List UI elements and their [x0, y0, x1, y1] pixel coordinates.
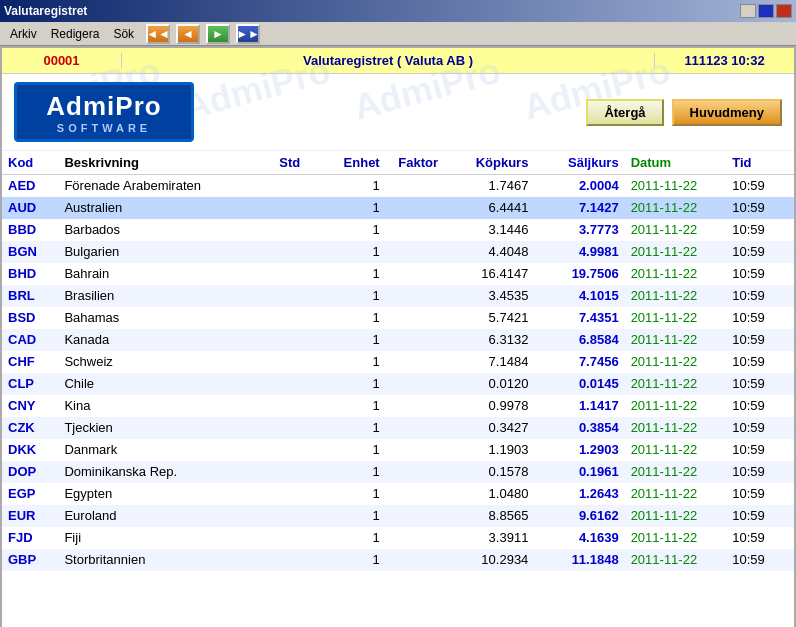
- cell-faktor: [386, 373, 444, 395]
- cell-std: [250, 285, 329, 307]
- table-row[interactable]: FJDFiji13.39114.16392011-11-2210:59: [2, 527, 794, 549]
- table-row[interactable]: BGNBulgarien14.40484.99812011-11-2210:59: [2, 241, 794, 263]
- cell-beskrivning: Danmark: [58, 439, 250, 461]
- cell-datum: 2011-11-22: [625, 373, 727, 395]
- header-enhet: Enhet: [329, 151, 385, 175]
- cell-std: [250, 417, 329, 439]
- cell-kopkurs: 8.8565: [444, 505, 534, 527]
- table-row[interactable]: CHFSchweiz17.14847.74562011-11-2210:59: [2, 351, 794, 373]
- table-row[interactable]: CADKanada16.31326.85842011-11-2210:59: [2, 329, 794, 351]
- cell-std: [250, 483, 329, 505]
- cell-kod: GBP: [2, 549, 58, 571]
- header-faktor: Faktor: [386, 151, 444, 175]
- cell-enhet: 1: [329, 549, 385, 571]
- cell-enhet: 1: [329, 527, 385, 549]
- cell-datum: 2011-11-22: [625, 549, 727, 571]
- header-beskrivning: Beskrivning: [58, 151, 250, 175]
- cell-enhet: 1: [329, 461, 385, 483]
- close-button[interactable]: [776, 4, 792, 18]
- cell-enhet: 1: [329, 351, 385, 373]
- cell-tid: 10:59: [726, 351, 794, 373]
- cell-datum: 2011-11-22: [625, 483, 727, 505]
- cell-enhet: 1: [329, 175, 385, 197]
- cell-faktor: [386, 483, 444, 505]
- minimize-button[interactable]: [740, 4, 756, 18]
- cell-tid: 10:59: [726, 197, 794, 219]
- table-row[interactable]: BHDBahrain116.414719.75062011-11-2210:59: [2, 263, 794, 285]
- table-row[interactable]: DOPDominikanska Rep.10.15780.19612011-11…: [2, 461, 794, 483]
- cell-kopkurs: 3.3911: [444, 527, 534, 549]
- nav-first-button[interactable]: ◄◄: [146, 24, 170, 44]
- cell-std: [250, 373, 329, 395]
- logo-subtitle: SOFTWARE: [57, 122, 151, 134]
- cell-saljkurs: 6.8584: [534, 329, 624, 351]
- cell-beskrivning: Förenade Arabemiraten: [58, 175, 250, 197]
- cell-beskrivning: Bahamas: [58, 307, 250, 329]
- cell-datum: 2011-11-22: [625, 197, 727, 219]
- nav-last-button[interactable]: ►►: [236, 24, 260, 44]
- cell-saljkurs: 7.4351: [534, 307, 624, 329]
- cell-std: [250, 395, 329, 417]
- cell-kopkurs: 0.0120: [444, 373, 534, 395]
- cell-std: [250, 351, 329, 373]
- cell-kopkurs: 6.4441: [444, 197, 534, 219]
- table-row[interactable]: GBPStorbritannien110.293411.18482011-11-…: [2, 549, 794, 571]
- maximize-button[interactable]: [758, 4, 774, 18]
- cell-datum: 2011-11-22: [625, 527, 727, 549]
- cell-datum: 2011-11-22: [625, 263, 727, 285]
- table-row[interactable]: EGPEgypten11.04801.26432011-11-2210:59: [2, 483, 794, 505]
- nav-next-button[interactable]: ►: [206, 24, 230, 44]
- cell-beskrivning: Kina: [58, 395, 250, 417]
- cell-kod: BSD: [2, 307, 58, 329]
- table-row[interactable]: AUDAustralien16.44417.14272011-11-2210:5…: [2, 197, 794, 219]
- cell-datum: 2011-11-22: [625, 307, 727, 329]
- cell-std: [250, 461, 329, 483]
- table-row[interactable]: DKKDanmark11.19031.29032011-11-2210:59: [2, 439, 794, 461]
- menu-bar: Arkiv Redigera Sök ◄◄ ◄ ► ►►: [0, 22, 796, 46]
- cell-datum: 2011-11-22: [625, 351, 727, 373]
- cell-kopkurs: 5.7421: [444, 307, 534, 329]
- menu-redigera[interactable]: Redigera: [45, 25, 106, 43]
- cell-enhet: 1: [329, 483, 385, 505]
- cell-std: [250, 241, 329, 263]
- table-row[interactable]: BRLBrasilien13.45354.10152011-11-2210:59: [2, 285, 794, 307]
- table-row[interactable]: BSDBahamas15.74217.43512011-11-2210:59: [2, 307, 794, 329]
- cell-datum: 2011-11-22: [625, 439, 727, 461]
- cell-kod: EUR: [2, 505, 58, 527]
- currency-table-area[interactable]: Kod Beskrivning Std Enhet Faktor Köpkurs…: [2, 151, 794, 627]
- cell-saljkurs: 7.1427: [534, 197, 624, 219]
- cell-kopkurs: 10.2934: [444, 549, 534, 571]
- cell-saljkurs: 1.2903: [534, 439, 624, 461]
- cell-tid: 10:59: [726, 285, 794, 307]
- cell-enhet: 1: [329, 307, 385, 329]
- cell-kopkurs: 3.4535: [444, 285, 534, 307]
- main-window: AdmiPro AdmiPro AdmiPro AdmiPro AdmiPro …: [0, 46, 796, 627]
- title-bar-buttons: [740, 4, 792, 18]
- cell-enhet: 1: [329, 197, 385, 219]
- window-title: Valutaregistret ( Valuta AB ): [122, 53, 654, 68]
- cell-beskrivning: Schweiz: [58, 351, 250, 373]
- menu-arkiv[interactable]: Arkiv: [4, 25, 43, 43]
- table-row[interactable]: CLPChile10.01200.01452011-11-2210:59: [2, 373, 794, 395]
- cell-std: [250, 439, 329, 461]
- table-row[interactable]: BBDBarbados13.14463.77732011-11-2210:59: [2, 219, 794, 241]
- cell-faktor: [386, 417, 444, 439]
- table-row[interactable]: CZKTjeckien10.34270.38542011-11-2210:59: [2, 417, 794, 439]
- info-bar: 00001 Valutaregistret ( Valuta AB ) 1111…: [2, 48, 794, 74]
- table-row[interactable]: CNYKina10.99781.14172011-11-2210:59: [2, 395, 794, 417]
- cell-beskrivning: Fiji: [58, 527, 250, 549]
- cell-beskrivning: Brasilien: [58, 285, 250, 307]
- cell-datum: 2011-11-22: [625, 329, 727, 351]
- menu-sok[interactable]: Sök: [107, 25, 140, 43]
- huvudmeny-button[interactable]: Huvudmeny: [672, 99, 782, 126]
- table-row[interactable]: EUREuroland18.85659.61622011-11-2210:59: [2, 505, 794, 527]
- cell-faktor: [386, 351, 444, 373]
- cell-faktor: [386, 329, 444, 351]
- cell-beskrivning: Dominikanska Rep.: [58, 461, 250, 483]
- cell-std: [250, 549, 329, 571]
- cell-enhet: 1: [329, 373, 385, 395]
- nav-prev-button[interactable]: ◄: [176, 24, 200, 44]
- atergaa-button[interactable]: Återgå: [586, 99, 663, 126]
- cell-datum: 2011-11-22: [625, 395, 727, 417]
- table-row[interactable]: AEDFörenade Arabemiraten11.74672.0004201…: [2, 175, 794, 197]
